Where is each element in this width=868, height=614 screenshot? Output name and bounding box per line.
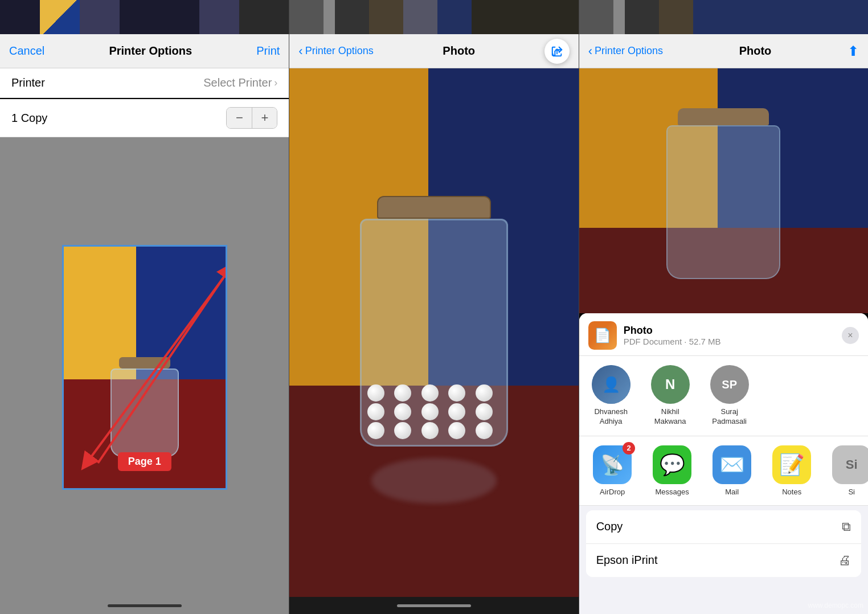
nav-title-panel2: Photo [443, 44, 475, 58]
jar-balls-container [362, 220, 506, 445]
people-row: 👤 DhvaneshAdhiya N NikhilMakwana SP Sura… [579, 356, 868, 436]
jar-reflection [371, 458, 497, 504]
avatar-nikhil: N [651, 365, 690, 404]
nav-bar-panel2: ‹ Printer Options Photo [289, 34, 578, 68]
strip-photo-4 [120, 0, 159, 34]
app-notes[interactable]: 📝 Notes [768, 445, 816, 496]
photo-display-panel3 [579, 68, 868, 313]
more-icon: Si [832, 445, 868, 484]
avatar-photo-bg: 👤 [592, 365, 630, 404]
person-nikhil[interactable]: N NikhilMakwana [648, 365, 693, 427]
ball-2 [394, 384, 411, 402]
airdrop-symbol: 📡 [600, 453, 624, 476]
strip-p2-1 [289, 0, 324, 34]
app-more[interactable]: Si Si [828, 445, 868, 496]
preview-image: Page 1 [62, 245, 227, 490]
more-label: Si [848, 488, 855, 496]
share-file-meta: PDF Document · 52.7 MB [624, 337, 835, 346]
copy-row: 1 Copy − + [0, 99, 289, 137]
copy-action-icon: ⧉ [842, 519, 851, 534]
share-header: 📄 Photo PDF Document · 52.7 MB × [579, 313, 868, 356]
home-bar-panel1 [108, 604, 182, 607]
epson-action-label: Epson iPrint [596, 554, 658, 567]
ball-4 [448, 384, 465, 402]
ball-11 [367, 422, 384, 439]
home-indicator-panel2 [289, 597, 578, 614]
person-name-suraj: SurajPadmasali [712, 407, 747, 427]
top-strip-panel3 [579, 0, 868, 34]
panel-photo-view: ‹ Printer Options Photo [289, 0, 578, 614]
action-rows: Copy ⧉ Epson iPrint 🖨 [586, 510, 861, 577]
ball-12 [394, 422, 411, 439]
p3-jar-lid [678, 108, 769, 125]
strip-photo-5 [159, 0, 199, 34]
strip-p3-1 [579, 0, 613, 34]
p3-jar-body [666, 125, 780, 279]
increment-copy-button[interactable]: + [252, 108, 277, 128]
ball-5 [476, 384, 493, 402]
decrement-copy-button[interactable]: − [227, 108, 252, 128]
printer-row[interactable]: Printer Select Printer › [0, 68, 289, 98]
jar-main-lid [377, 196, 491, 219]
panel-printer-options: Cancel Printer Options Print Printer Sel… [0, 0, 289, 614]
svg-line-1 [98, 269, 226, 463]
back-label-panel3: Printer Options [595, 45, 663, 57]
share-button-panel3[interactable]: ⬆ [847, 43, 859, 59]
print-button[interactable]: Print [256, 44, 280, 58]
print-preview-area: Page 1 [0, 137, 289, 597]
p3-jar [661, 108, 786, 290]
app-mail[interactable]: ✉️ Mail [708, 445, 756, 496]
copy-action-row[interactable]: Copy ⧉ [586, 510, 861, 544]
ball-15 [476, 422, 493, 439]
strip-photo-2 [40, 0, 80, 34]
pdf-icon: 📄 [594, 328, 611, 343]
nav-back-panel3[interactable]: ‹ Printer Options [588, 44, 663, 59]
panel-share-sheet: ‹ Printer Options Photo ⬆ 📄 Photo PDF Do… [579, 0, 868, 614]
messages-label: Messages [656, 488, 689, 496]
nav-left-panel1: Cancel [9, 44, 44, 58]
person-suraj[interactable]: SP SurajPadmasali [707, 365, 752, 427]
copy-action-label: Copy [596, 520, 623, 533]
nav-back-panel2[interactable]: ‹ Printer Options [298, 44, 373, 59]
app-airdrop[interactable]: 📡 2 AirDrop [588, 445, 637, 496]
cancel-button[interactable]: Cancel [9, 44, 44, 58]
printer-label: Printer [11, 76, 45, 89]
svg-line-2 [87, 278, 223, 463]
person-dhvanesh[interactable]: 👤 DhvaneshAdhiya [588, 365, 634, 427]
preview-frame: Page 1 [62, 245, 227, 490]
avatar-suraj: SP [710, 365, 749, 404]
apps-row: 📡 2 AirDrop 💬 Messages ✉️ Mail 📝 [579, 436, 868, 506]
person-name-dhvanesh: DhvaneshAdhiya [594, 407, 628, 427]
strip-photo-1 [0, 0, 40, 34]
ball-8 [421, 403, 439, 420]
strip-p2-3 [369, 0, 403, 34]
printer-icon: 🖨 [838, 553, 851, 568]
main-jar [354, 196, 514, 469]
ball-13 [421, 422, 439, 439]
select-printer-button[interactable]: Select Printer › [203, 76, 277, 89]
share-close-button[interactable]: × [842, 327, 859, 344]
strip-p2-dot [324, 0, 335, 34]
nav-title-panel1: Printer Options [109, 44, 192, 58]
watermark: www.demopc.com [808, 601, 863, 609]
messages-symbol: 💬 [660, 453, 685, 477]
epson-action-row[interactable]: Epson iPrint 🖨 [586, 544, 861, 577]
app-messages[interactable]: 💬 Messages [648, 445, 697, 496]
back-arrow-icon-panel2: ‹ [298, 44, 302, 59]
share-button-panel2[interactable] [544, 39, 570, 64]
mail-symbol: ✉️ [719, 453, 745, 477]
ball-9 [448, 403, 465, 420]
copy-label: 1 Copy [11, 112, 47, 125]
messages-icon: 💬 [653, 445, 691, 484]
share-sheet: 📄 Photo PDF Document · 52.7 MB × 👤 Dhvan… [579, 313, 868, 614]
notes-icon: 📝 [772, 445, 811, 484]
ball-14 [448, 422, 465, 439]
chevron-right-icon: › [274, 77, 277, 89]
airdrop-label: AirDrop [600, 488, 625, 496]
share-file-name: Photo [624, 325, 835, 337]
strip-p2-6 [472, 0, 578, 34]
strip-p2-5 [437, 0, 472, 34]
share-file-icon: 📄 [588, 321, 617, 350]
strip-photo-3 [80, 0, 120, 34]
strip-p3-4 [693, 0, 868, 34]
